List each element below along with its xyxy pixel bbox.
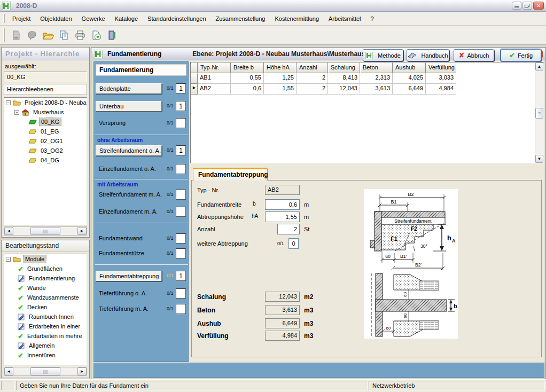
einzelfundament-ma-count-input[interactable]	[176, 207, 186, 217]
tab-fundamentabtreppung[interactable]: Fundamentabtreppung	[193, 168, 268, 181]
tree-node-project-root[interactable]: − Projekt 2008-D - Neubau	[4, 98, 87, 107]
tieferfuehrung-oa-count-input[interactable]	[176, 288, 186, 299]
col-aushub[interactable]: Aushub	[393, 62, 426, 73]
col-hoehe-ha[interactable]: Höhe hA	[264, 62, 297, 73]
bodenplatte-count-input[interactable]	[176, 83, 186, 93]
menu-kataloge[interactable]: Kataloge	[110, 13, 143, 24]
scroll-right-icon[interactable]: ►	[77, 367, 87, 375]
unterbau-button[interactable]: Unterbau	[96, 101, 162, 112]
tree-node-module-root[interactable]: − Module	[4, 254, 87, 264]
diagram-label-60: 60	[385, 254, 391, 259]
pencil-icon	[18, 275, 25, 282]
table-row-ab2-current[interactable]: ► AB2 0,6 1,55 2 12,043 3,613 6,649 4,98…	[191, 84, 535, 95]
module-status-row[interactable]: ✔ Decken	[4, 302, 87, 312]
status-horizontal-scrollbar[interactable]: ◄ |||| ►	[4, 367, 87, 376]
fundamentbreite-input[interactable]	[265, 199, 300, 210]
scroll-track[interactable]: ≡	[535, 70, 544, 155]
streifenfundament-oa-button[interactable]: Streifenfundament o. A.	[96, 145, 162, 156]
module-status-row[interactable]: ✔ Wände	[4, 283, 87, 293]
tree-node-floor-04dg[interactable]: 04_DG	[4, 155, 87, 165]
weitere-abtreppung-input[interactable]	[288, 238, 299, 249]
scroll-left-icon[interactable]: ◄	[4, 367, 13, 375]
export-document-icon[interactable]	[89, 28, 104, 43]
scroll-thumb[interactable]: ||||	[30, 367, 60, 375]
anzahl-input[interactable]	[277, 224, 300, 234]
streifenfundament-ma-button[interactable]: Streifenfundament m. A.	[96, 190, 162, 200]
fundamentbreite-unit: m	[304, 201, 309, 208]
menubar: Projekt Objektdaten Gewerke Kataloge Sta…	[0, 12, 546, 26]
einzelfundament-oa-button[interactable]: Einzelfundament o. A.	[96, 164, 162, 175]
table-row-ab1[interactable]: AB1 0,55 1,25 2 8,413 2,313 4,025 3,033	[191, 73, 535, 84]
col-anzahl[interactable]: Anzahl	[297, 62, 328, 73]
tree-node-floor-01eg[interactable]: 01_EG	[4, 127, 87, 136]
methode-button[interactable]: Methode	[363, 49, 403, 61]
tieferfuehrung-ma-count-input[interactable]	[176, 304, 186, 314]
menu-objektdaten[interactable]: Objektdaten	[35, 13, 76, 24]
menu-kostenermittlung[interactable]: Kostenermittlung	[270, 13, 324, 24]
collapse-icon[interactable]: −	[6, 100, 11, 105]
fundamentwand-count-input[interactable]	[176, 233, 186, 244]
menu-gewerke[interactable]: Gewerke	[77, 13, 110, 24]
module-status-row[interactable]: ✔ Grundflächen	[4, 264, 87, 273]
unterbau-count-input[interactable]	[176, 101, 186, 111]
module-status-row[interactable]: ✔ Wandzusammenste	[4, 293, 87, 302]
exit-door-icon[interactable]	[105, 28, 120, 43]
fertig-button[interactable]: ✔ Fertig	[501, 49, 541, 61]
abbruch-button[interactable]: ✘ Abbruch	[454, 49, 494, 61]
fundamentstuetze-count-input[interactable]	[176, 248, 186, 258]
einzelfundament-ma-button[interactable]: Einzelfundament m. A.	[96, 207, 162, 217]
tree-node-building[interactable]: − Musterhaus	[4, 107, 87, 117]
scroll-thumb[interactable]: ≡	[535, 108, 543, 119]
module-status-row[interactable]: Erdarbeiten in einer	[4, 322, 87, 331]
menu-standardeinstellungen[interactable]: Standardeinstellungen	[143, 13, 210, 24]
fundamentwand-button[interactable]: Fundamentwand	[96, 233, 162, 244]
minimize-button[interactable]	[512, 2, 521, 10]
col-schalung[interactable]: Schalung	[328, 62, 360, 73]
handbuch-button[interactable]: Handbuch	[407, 49, 449, 61]
scroll-left-icon[interactable]: ◄	[4, 227, 13, 235]
einzelfundament-oa-count-input[interactable]	[176, 164, 186, 174]
tree-node-floor-03og2[interactable]: 03_OG2	[4, 146, 87, 155]
menu-help[interactable]: ?	[366, 13, 379, 24]
copy-icon[interactable]	[57, 28, 72, 43]
collapse-icon[interactable]: −	[6, 257, 11, 262]
scroll-thumb[interactable]: ||||	[30, 227, 60, 235]
restore-button[interactable]	[522, 2, 532, 10]
module-status-row[interactable]: ✔ Erdarbeiten in mehre	[4, 331, 87, 341]
col-typ-nr[interactable]: Typ-Nr.	[198, 62, 231, 73]
hierarchy-levels-header[interactable]: Hierarchieebenen	[4, 84, 87, 95]
tieferfuehrung-oa-button[interactable]: Tieferführung o. A.	[96, 288, 162, 299]
print-icon[interactable]	[73, 28, 88, 43]
menu-arbeitsmittel[interactable]: Arbeitsmittel	[324, 13, 366, 24]
versprung-count-input[interactable]	[176, 118, 186, 128]
abtreppungshoehe-input[interactable]	[265, 211, 300, 222]
module-status-row[interactable]: Fundamentierung	[4, 273, 87, 283]
col-beton[interactable]: Beton	[360, 62, 393, 73]
table-vertical-scrollbar[interactable]: ▲ ≡ ▼	[535, 62, 544, 163]
col-verfuellung[interactable]: Verfüllung	[426, 62, 456, 73]
row-gutter	[191, 73, 198, 84]
fundamentabtreppung-count-input[interactable]	[176, 271, 186, 281]
fundamentabtreppung-button[interactable]: Fundamentabtreppung	[96, 271, 162, 281]
module-status-row[interactable]: Allgemein	[4, 341, 87, 350]
scroll-down-icon[interactable]: ▼	[535, 155, 543, 163]
fundamentstuetze-button[interactable]: Fundamentstütze	[96, 248, 162, 259]
versprung-button[interactable]: Versprung	[96, 118, 162, 129]
close-button[interactable]: ✕	[533, 2, 544, 10]
col-breite-b[interactable]: Breite b	[231, 62, 264, 73]
tieferfuehrung-ma-button[interactable]: Tieferführung m. A.	[96, 304, 162, 315]
open-folder-icon[interactable]	[41, 28, 56, 43]
tree-node-floor-02og1[interactable]: 02_OG1	[4, 136, 87, 146]
menu-projekt[interactable]: Projekt	[7, 13, 35, 24]
module-status-row[interactable]: Raumbuch Innen	[4, 312, 87, 322]
menu-zusammenstellung[interactable]: Zusammenstellung	[211, 13, 270, 24]
module-status-row[interactable]: ✔ Innentüren	[4, 350, 87, 360]
tree-node-floor-00kg[interactable]: 00_KG	[4, 117, 87, 127]
hierarchy-horizontal-scrollbar[interactable]: ◄ |||| ►	[4, 226, 87, 236]
collapse-icon[interactable]: −	[14, 110, 19, 115]
scroll-right-icon[interactable]: ►	[77, 227, 87, 235]
scroll-up-icon[interactable]: ▲	[535, 62, 543, 70]
streifenfundament-oa-count-input[interactable]	[176, 145, 186, 155]
bodenplatte-button[interactable]: Bodenplatte	[96, 83, 162, 94]
streifenfundament-ma-count-input[interactable]	[176, 190, 186, 200]
